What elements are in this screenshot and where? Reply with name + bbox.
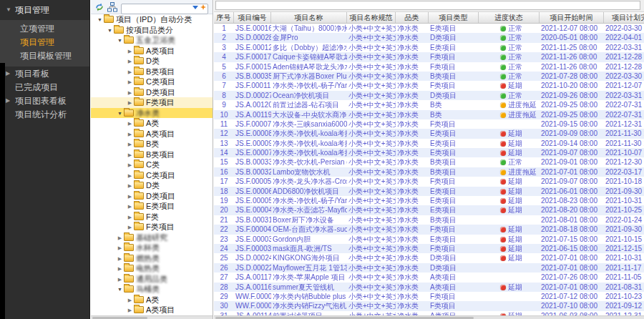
column-header-2[interactable]: 项目名称 (271, 12, 347, 23)
collapse-arrow-icon[interactable]: ▶ (126, 88, 134, 99)
table-row[interactable]: 11JS.F.00007净水类-三峡sanxia6000/70...小类+中文+… (214, 119, 644, 129)
collapse-arrow-icon[interactable]: ▶ (116, 233, 124, 244)
tree-node[interactable]: ▶A类项目 (91, 129, 213, 139)
tree-node[interactable]: ▶D类项目 (91, 87, 213, 98)
tree-node[interactable]: ▶通用品类 (91, 274, 213, 285)
table-row[interactable]: 21JS.B.00031Boxer厨下净水设备小类+中文+英文...净水类B类项… (214, 215, 644, 225)
sidebar-item-7[interactable]: 项目统计分析 (0, 108, 89, 121)
tree-node[interactable]: ▶F类项目 (91, 97, 213, 108)
table-row[interactable]: 3JS.E.00012多比（Dobby）超滤净水机小类+中文+英文...净水类E… (214, 43, 644, 52)
collapse-arrow-icon[interactable]: ▶ (126, 212, 134, 223)
tree-node[interactable]: ▶A类 (91, 295, 213, 305)
column-header-3[interactable]: 项目名称规范 (347, 12, 396, 23)
tree-node[interactable]: ▶A类 (91, 118, 213, 129)
collapse-arrow-icon[interactable]: ▶ (126, 98, 134, 109)
column-header-6[interactable]: 进度状态 (479, 12, 540, 23)
tree-node[interactable]: ▶F类 (91, 212, 213, 222)
table-filter-input[interactable] (215, 1, 640, 10)
tree-node[interactable]: ▶D类项目 (91, 191, 213, 202)
sidebar-item-2[interactable]: 项目管理 (0, 36, 89, 49)
collapse-arrow-icon[interactable]: ▶ (126, 139, 134, 150)
sidebar-item-5[interactable]: 已完成项目 (0, 81, 89, 94)
table-row[interactable]: 14JS.E.00007净水类-净饮机-koala考拉-...小类+中文+英文.… (214, 148, 644, 157)
collapse-arrow-icon[interactable]: ▶ (126, 77, 134, 88)
expand-arrow-icon[interactable]: ▼ (116, 36, 124, 46)
table-row[interactable]: 23JS.E.00003Gordon内胆小类+中文+英文...净水类E类项目延期… (214, 235, 644, 244)
tree-node[interactable]: ▶E类项目 (91, 201, 213, 212)
sidebar-item-3[interactable]: 项目模板管理 (0, 49, 89, 63)
table-row[interactable]: 15JS.B.00033净水类-饮水机-Persian gulf...小类+中文… (214, 157, 644, 167)
column-header-0[interactable]: 序号 (214, 12, 234, 23)
column-header-5[interactable]: 项目类型 (429, 12, 479, 23)
collapse-arrow-icon[interactable]: ▶ (126, 192, 134, 202)
tree-node[interactable]: ▼马桶类 (91, 284, 213, 295)
tree-node[interactable]: ▶B类 (91, 139, 213, 149)
sidebar-item-6[interactable]: ▶项目图表看板 (0, 94, 89, 107)
table-row[interactable]: 5JS.F.00015Aden锦鲤A琴歌龙头净水器小类+中文+英文...净水类F… (214, 62, 644, 72)
table-row[interactable]: 12JS.E.00008净水类-净饮机-koala考拉-...小类+中文+英文.… (214, 129, 644, 138)
collapse-arrow-icon[interactable]: ▶ (126, 46, 134, 57)
table-row[interactable]: 26JS.D.00022Mayflower五月花 1管1芯...小类+中文+英文… (214, 263, 644, 273)
tree-node[interactable]: ▼五金卫浴类 (91, 35, 213, 46)
table-row[interactable]: 2JS.D.00028金犀Pro小类+中文+英文...净水类D类项目正常2020… (214, 33, 644, 42)
search-down-icon[interactable] (192, 4, 198, 10)
collapse-arrow-icon[interactable]: ▶ (116, 254, 124, 265)
tree-node[interactable]: ▶C类项目 (91, 170, 213, 181)
column-header-8[interactable]: 项目计划完成... (604, 12, 644, 23)
sidebar-item-1[interactable]: 立项管理 (0, 22, 89, 36)
collapse-arrow-icon[interactable]: ▶ (116, 243, 124, 254)
table-row[interactable]: 22JS.F.00004OEM-台面式净水器-succes...小类+中文+英文… (214, 225, 644, 234)
table-row[interactable]: 1JS.E.00016大湖（Taihu）8000净水机小类+中文+英文...净水… (214, 24, 644, 33)
table-row[interactable]: 8JS.D.00027Ocean净饮机项目小类+中文+英文...净水类D类项目正… (214, 91, 644, 100)
refresh-icon[interactable] (94, 2, 105, 13)
column-header-4[interactable]: 品类 (396, 12, 429, 23)
collapse-arrow-icon[interactable]: ▶ (126, 295, 134, 306)
collapse-arrow-icon[interactable]: ▶ (126, 150, 134, 161)
table-row[interactable]: 17JS.F.00005净水类-龙头净水器-Crossf...小类+中文+英文.… (214, 177, 644, 186)
tree-node[interactable]: ▶B类项目 (91, 149, 213, 160)
collapse-arrow-icon[interactable]: ▶ (126, 222, 134, 233)
collapse-arrow-icon[interactable]: ▶ (126, 181, 134, 192)
tree-hscrollbar[interactable] (91, 315, 213, 319)
expand-arrow-icon[interactable]: ▼ (96, 15, 104, 26)
expand-arrow-icon[interactable]: ▼ (116, 285, 124, 295)
table-row[interactable]: 30WW.F.00002净水类内销Fizzy气泡机小类+中文+英文...净水类F… (214, 301, 644, 310)
collapse-arrow-icon[interactable]: ▶ (126, 171, 134, 182)
tree-node[interactable]: ▼按项目品类分 (91, 25, 213, 36)
tree-node[interactable]: ▶燃热类 (91, 253, 213, 264)
collapse-arrow-icon[interactable]: ▶ (116, 275, 124, 285)
collapse-arrow-icon[interactable]: ▶ (126, 129, 134, 140)
tree-node[interactable]: ▶电热类 (91, 263, 213, 274)
table-row[interactable]: 29WW.F.00003净水类内销Bubble plus 气...小类+中文+英… (214, 292, 644, 301)
table-row[interactable]: 19JS.E.00005净水类-净饮机-杨子/Yangtze...小类+中文+英… (214, 196, 644, 205)
tree-node[interactable]: ▶基础研究 (91, 232, 213, 243)
table-row[interactable]: 7JS.F.00011净水类-净饮机-杨子/Yangtze...小类+中文+英文… (214, 81, 644, 90)
tree-node[interactable]: ▼净水类 (91, 108, 213, 119)
column-header-7[interactable]: 项目开始时间 (540, 12, 604, 23)
collapse-arrow-icon[interactable]: ▶ (126, 305, 134, 316)
hierarchy-icon[interactable] (107, 2, 118, 13)
collapse-arrow-icon[interactable]: ▶ (116, 264, 124, 275)
table-row[interactable]: 27JS.A.00117净水类-苹果Apple 项目小类+中文+英文...净水类… (214, 273, 644, 282)
collapse-arrow-icon[interactable]: ▶ (126, 160, 134, 171)
table-row[interactable]: 6JS.B.00035厨下式净水器Boxer Plus小类+中文+英文...净水… (214, 72, 644, 81)
table-row[interactable]: 13JS.E.00009净水类-净饮机-koala考拉-...小类+中文+英文.… (214, 139, 644, 148)
expand-arrow-icon[interactable]: ▼ (106, 26, 114, 36)
tree-node[interactable]: ▶F类项目 (91, 222, 213, 232)
sidebar-item-0[interactable]: ▼项目管理 (0, 0, 89, 20)
tree-node[interactable]: ▶B类项目 (91, 67, 213, 77)
collapse-arrow-icon[interactable]: ▶ (126, 67, 134, 78)
tree-node[interactable]: ▶C类项目 (91, 77, 213, 87)
column-header-1[interactable]: 项目编号 (234, 12, 271, 23)
tree-node[interactable]: ▼项目（IPD）自动分类 (91, 14, 213, 25)
collapse-arrow-icon[interactable]: ▶ (126, 119, 134, 129)
table-row[interactable]: 9JS.A.00120前置过滤器-钻石项目小类+中文+英文...净水类B类进度拖… (214, 100, 644, 109)
tree-node[interactable]: ▶D类 (91, 180, 213, 191)
collapse-arrow-icon[interactable]: ▶ (126, 57, 134, 67)
tree-node[interactable]: ▶D类 (91, 56, 213, 67)
table-row[interactable]: 4JS.F.00017Caique卡姿锦鲤A琴歌龙头...小类+中文+英文...… (214, 52, 644, 62)
table-row[interactable]: 25JS.D.00024KINGKONG海外项目小类+中文+英文...净水类D类… (214, 253, 644, 262)
tree-node[interactable]: ▶C类 (91, 160, 213, 170)
tree-node[interactable]: ▶A类项目 (91, 305, 213, 315)
table-row[interactable]: 28JS.A.00116summer夏天管线机小类+中文+英文...净水类A类项… (214, 283, 644, 292)
